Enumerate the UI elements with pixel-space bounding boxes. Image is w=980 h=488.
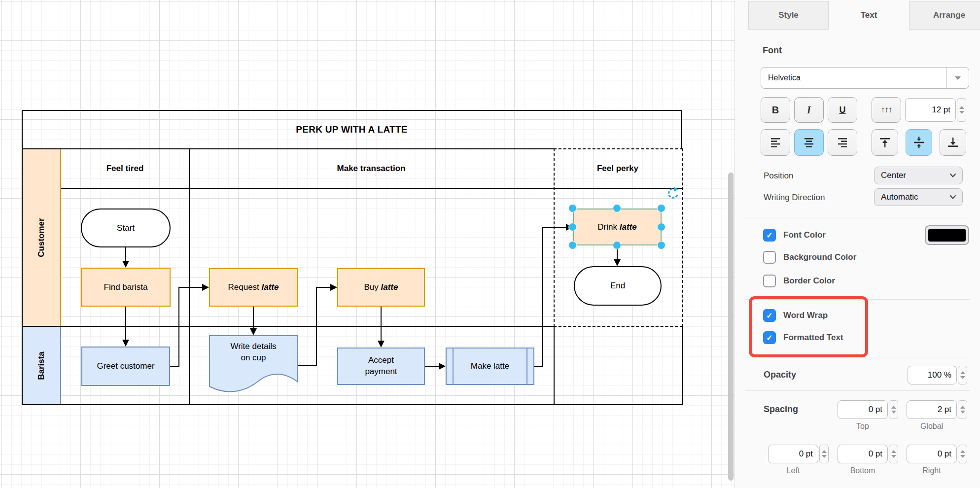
node-start-label: Start <box>117 223 135 233</box>
writing-direction-select[interactable]: Automatic <box>874 188 963 206</box>
phase-feel-tired-label: Feel tired <box>106 164 144 174</box>
chevron-down-icon <box>949 195 962 200</box>
font-family-select[interactable]: Helvetica <box>761 67 969 89</box>
stepper-down-icon[interactable] <box>959 111 964 114</box>
node-accept-payment-label: Accept payment <box>365 355 397 378</box>
spacing-left-input[interactable] <box>768 445 818 463</box>
phase-make-transaction[interactable]: Make transaction <box>190 149 553 188</box>
spacing-bottom-input[interactable] <box>838 445 888 463</box>
background-color-label: Background Color <box>783 252 856 262</box>
valign-bottom-icon <box>947 137 959 148</box>
underline-button[interactable]: U <box>828 97 857 123</box>
selection-handle-e[interactable] <box>657 223 665 231</box>
phase-feel-tired[interactable]: Feel tired <box>62 149 188 188</box>
pool-title: PERK UP WITH A LATTE <box>296 124 408 135</box>
font-family-dropdown-icon[interactable] <box>947 76 969 80</box>
spacing-bottom-stepper[interactable] <box>889 445 898 463</box>
selection-handle-s[interactable] <box>613 241 621 249</box>
vertical-text-button[interactable]: ↑↑↑ <box>872 97 901 123</box>
align-center-button[interactable] <box>794 129 824 156</box>
node-make-latte-label: Make latte <box>471 361 509 371</box>
node-make-latte[interactable]: Make latte <box>446 348 534 385</box>
opacity-input[interactable] <box>908 366 957 384</box>
node-start[interactable]: Start <box>81 209 171 247</box>
node-end-label: End <box>610 281 625 291</box>
align-left-icon <box>770 137 781 148</box>
lane-barista-label: Barista <box>36 351 46 380</box>
position-select[interactable]: Center <box>874 167 963 184</box>
node-request-latte[interactable]: Request latte <box>209 268 298 307</box>
background-color-checkbox[interactable] <box>763 251 776 264</box>
selection-handle-nw[interactable] <box>568 204 577 212</box>
align-left-button[interactable] <box>761 129 790 156</box>
node-buy-latte-label: Buy latte <box>364 282 398 292</box>
node-buy-latte[interactable]: Buy latte <box>337 268 425 307</box>
font-size-stepper[interactable] <box>957 98 966 122</box>
spacing-global-input[interactable] <box>907 400 957 419</box>
diagram-canvas[interactable]: PERK UP WITH A LATTE Customer Barista Fe… <box>0 0 735 488</box>
phase-separator-lower-line <box>554 326 555 405</box>
border-color-checkbox[interactable] <box>763 275 776 287</box>
spacing-top-caption: Top <box>838 422 888 431</box>
lane-customer[interactable]: Customer <box>23 149 61 326</box>
check-icon: ✓ <box>766 231 772 240</box>
valign-bottom-button[interactable] <box>940 129 966 156</box>
stepper-up-icon[interactable] <box>959 106 964 109</box>
canvas-vertical-scrollbar[interactable] <box>728 173 734 481</box>
spacing-top-stepper[interactable] <box>889 400 898 419</box>
node-accept-payment[interactable]: Accept payment <box>337 348 425 385</box>
stepper-down-icon[interactable] <box>960 376 965 379</box>
node-write-details[interactable]: Write details on cup <box>209 335 298 396</box>
italic-button[interactable]: I <box>794 97 824 123</box>
node-greet-customer[interactable]: Greet customer <box>81 347 170 386</box>
border-color-label: Border Color <box>783 276 835 286</box>
node-end[interactable]: End <box>574 266 662 306</box>
font-family-value: Helvetica <box>761 73 946 82</box>
spacing-global-stepper[interactable] <box>958 400 967 419</box>
tab-arrange[interactable]: Arrange <box>909 1 980 30</box>
node-find-barista-label: Find barista <box>104 282 148 292</box>
font-color-label: Font Color <box>783 230 826 240</box>
node-find-barista[interactable]: Find barista <box>81 268 171 307</box>
font-color-checkbox[interactable]: ✓ <box>763 229 776 242</box>
tab-arrange-label: Arrange <box>933 10 965 20</box>
spacing-right-stepper[interactable] <box>958 445 967 463</box>
node-greet-customer-label: Greet customer <box>97 361 154 371</box>
format-panel: Style Text Arrange Font Helvetica B I U … <box>735 0 980 488</box>
phase-feel-perky[interactable]: Feel perky <box>555 149 681 188</box>
font-color-swatch[interactable] <box>925 225 969 245</box>
node-drink-latte-selected[interactable]: Drink latte <box>573 209 662 245</box>
lane-barista[interactable]: Barista <box>23 327 61 404</box>
valign-top-icon <box>879 137 891 148</box>
tab-text-label: Text <box>861 10 877 20</box>
font-color-swatch-color <box>928 229 966 242</box>
selection-handle-w[interactable] <box>568 223 577 231</box>
tab-style[interactable]: Style <box>748 1 829 30</box>
position-value: Center <box>875 171 949 180</box>
bold-button[interactable]: B <box>761 97 790 123</box>
stepper-up-icon[interactable] <box>960 371 965 374</box>
opacity-stepper[interactable] <box>958 366 967 384</box>
spacing-top-input[interactable] <box>838 400 888 419</box>
background-color-row: Background Color <box>763 251 856 264</box>
highlight-annotation <box>749 296 868 357</box>
selection-handle-sw[interactable] <box>568 241 577 249</box>
spacing-right-input[interactable] <box>907 445 957 463</box>
pool-right-lower-line <box>682 326 683 405</box>
pool-title-row[interactable]: PERK UP WITH A LATTE <box>22 110 682 148</box>
selection-handle-se[interactable] <box>657 241 665 249</box>
align-right-button[interactable] <box>828 129 857 156</box>
phase-make-transaction-label: Make transaction <box>337 164 406 174</box>
spacing-right-caption: Right <box>907 466 957 475</box>
font-size-input[interactable] <box>905 98 956 122</box>
rotate-icon[interactable] <box>665 186 679 200</box>
valign-top-button[interactable] <box>872 129 898 156</box>
selection-handle-n[interactable] <box>613 204 621 212</box>
valign-middle-button[interactable] <box>906 129 932 156</box>
tab-style-label: Style <box>778 10 799 20</box>
tab-text[interactable]: Text <box>829 1 909 30</box>
spacing-global-caption: Global <box>907 422 957 431</box>
selection-handle-ne[interactable] <box>657 204 665 212</box>
spacing-left-stepper[interactable] <box>819 445 829 463</box>
spacing-label: Spacing <box>764 404 798 415</box>
